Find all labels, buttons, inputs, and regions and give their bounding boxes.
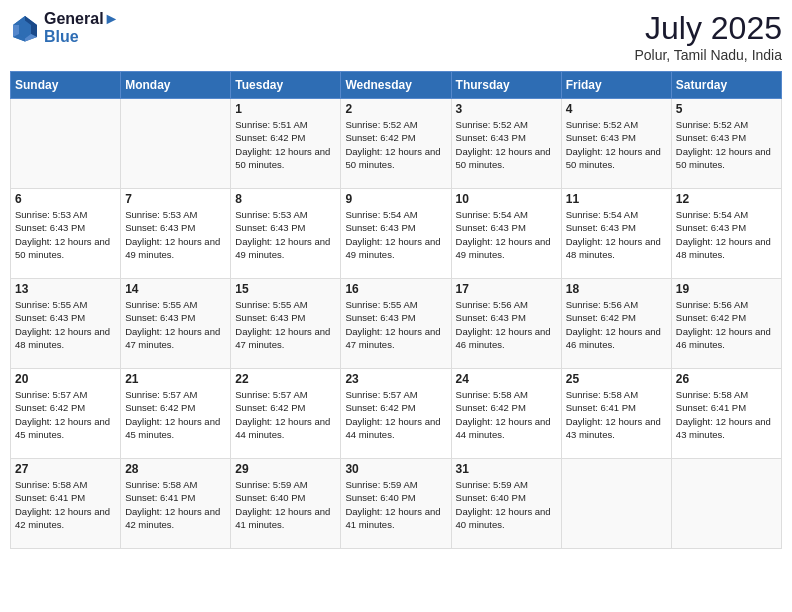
day-info: Sunrise: 5:55 AM Sunset: 6:43 PM Dayligh… <box>235 298 336 351</box>
day-info: Sunrise: 5:54 AM Sunset: 6:43 PM Dayligh… <box>676 208 777 261</box>
calendar-cell <box>671 459 781 549</box>
calendar-cell: 15Sunrise: 5:55 AM Sunset: 6:43 PM Dayli… <box>231 279 341 369</box>
day-info: Sunrise: 5:58 AM Sunset: 6:41 PM Dayligh… <box>566 388 667 441</box>
page-header: General► Blue July 2025 Polur, Tamil Nad… <box>10 10 782 63</box>
calendar-week-row: 1Sunrise: 5:51 AM Sunset: 6:42 PM Daylig… <box>11 99 782 189</box>
calendar-cell: 13Sunrise: 5:55 AM Sunset: 6:43 PM Dayli… <box>11 279 121 369</box>
day-number: 18 <box>566 282 667 296</box>
day-info: Sunrise: 5:56 AM Sunset: 6:43 PM Dayligh… <box>456 298 557 351</box>
day-info: Sunrise: 5:55 AM Sunset: 6:43 PM Dayligh… <box>125 298 226 351</box>
day-info: Sunrise: 5:59 AM Sunset: 6:40 PM Dayligh… <box>235 478 336 531</box>
day-number: 22 <box>235 372 336 386</box>
day-number: 26 <box>676 372 777 386</box>
day-number: 9 <box>345 192 446 206</box>
calendar-cell: 5Sunrise: 5:52 AM Sunset: 6:43 PM Daylig… <box>671 99 781 189</box>
month-year-title: July 2025 <box>634 10 782 47</box>
calendar-week-row: 6Sunrise: 5:53 AM Sunset: 6:43 PM Daylig… <box>11 189 782 279</box>
day-info: Sunrise: 5:52 AM Sunset: 6:43 PM Dayligh… <box>456 118 557 171</box>
day-number: 16 <box>345 282 446 296</box>
day-info: Sunrise: 5:55 AM Sunset: 6:43 PM Dayligh… <box>345 298 446 351</box>
calendar-cell: 7Sunrise: 5:53 AM Sunset: 6:43 PM Daylig… <box>121 189 231 279</box>
calendar-cell: 22Sunrise: 5:57 AM Sunset: 6:42 PM Dayli… <box>231 369 341 459</box>
day-number: 2 <box>345 102 446 116</box>
day-number: 4 <box>566 102 667 116</box>
calendar-cell: 29Sunrise: 5:59 AM Sunset: 6:40 PM Dayli… <box>231 459 341 549</box>
day-number: 30 <box>345 462 446 476</box>
day-number: 28 <box>125 462 226 476</box>
calendar-cell: 11Sunrise: 5:54 AM Sunset: 6:43 PM Dayli… <box>561 189 671 279</box>
calendar-cell: 20Sunrise: 5:57 AM Sunset: 6:42 PM Dayli… <box>11 369 121 459</box>
calendar-cell: 3Sunrise: 5:52 AM Sunset: 6:43 PM Daylig… <box>451 99 561 189</box>
day-info: Sunrise: 5:58 AM Sunset: 6:42 PM Dayligh… <box>456 388 557 441</box>
calendar-cell: 10Sunrise: 5:54 AM Sunset: 6:43 PM Dayli… <box>451 189 561 279</box>
day-number: 1 <box>235 102 336 116</box>
day-info: Sunrise: 5:53 AM Sunset: 6:43 PM Dayligh… <box>15 208 116 261</box>
day-info: Sunrise: 5:51 AM Sunset: 6:42 PM Dayligh… <box>235 118 336 171</box>
calendar-cell: 14Sunrise: 5:55 AM Sunset: 6:43 PM Dayli… <box>121 279 231 369</box>
day-info: Sunrise: 5:54 AM Sunset: 6:43 PM Dayligh… <box>345 208 446 261</box>
calendar-week-row: 13Sunrise: 5:55 AM Sunset: 6:43 PM Dayli… <box>11 279 782 369</box>
day-info: Sunrise: 5:54 AM Sunset: 6:43 PM Dayligh… <box>456 208 557 261</box>
day-info: Sunrise: 5:59 AM Sunset: 6:40 PM Dayligh… <box>456 478 557 531</box>
calendar-cell: 4Sunrise: 5:52 AM Sunset: 6:43 PM Daylig… <box>561 99 671 189</box>
calendar-cell: 30Sunrise: 5:59 AM Sunset: 6:40 PM Dayli… <box>341 459 451 549</box>
day-info: Sunrise: 5:53 AM Sunset: 6:43 PM Dayligh… <box>125 208 226 261</box>
day-number: 10 <box>456 192 557 206</box>
calendar-cell: 25Sunrise: 5:58 AM Sunset: 6:41 PM Dayli… <box>561 369 671 459</box>
day-number: 21 <box>125 372 226 386</box>
calendar-cell: 18Sunrise: 5:56 AM Sunset: 6:42 PM Dayli… <box>561 279 671 369</box>
day-info: Sunrise: 5:52 AM Sunset: 6:42 PM Dayligh… <box>345 118 446 171</box>
calendar-cell: 27Sunrise: 5:58 AM Sunset: 6:41 PM Dayli… <box>11 459 121 549</box>
day-number: 19 <box>676 282 777 296</box>
calendar-body: 1Sunrise: 5:51 AM Sunset: 6:42 PM Daylig… <box>11 99 782 549</box>
calendar-cell: 2Sunrise: 5:52 AM Sunset: 6:42 PM Daylig… <box>341 99 451 189</box>
day-number: 14 <box>125 282 226 296</box>
logo: General► Blue <box>10 10 119 46</box>
location-subtitle: Polur, Tamil Nadu, India <box>634 47 782 63</box>
calendar-cell: 9Sunrise: 5:54 AM Sunset: 6:43 PM Daylig… <box>341 189 451 279</box>
calendar-cell: 8Sunrise: 5:53 AM Sunset: 6:43 PM Daylig… <box>231 189 341 279</box>
weekday-header-cell: Monday <box>121 72 231 99</box>
weekday-header-row: SundayMondayTuesdayWednesdayThursdayFrid… <box>11 72 782 99</box>
calendar-week-row: 27Sunrise: 5:58 AM Sunset: 6:41 PM Dayli… <box>11 459 782 549</box>
day-number: 24 <box>456 372 557 386</box>
day-number: 17 <box>456 282 557 296</box>
day-number: 13 <box>15 282 116 296</box>
day-info: Sunrise: 5:56 AM Sunset: 6:42 PM Dayligh… <box>566 298 667 351</box>
calendar-cell: 26Sunrise: 5:58 AM Sunset: 6:41 PM Dayli… <box>671 369 781 459</box>
calendar-cell: 28Sunrise: 5:58 AM Sunset: 6:41 PM Dayli… <box>121 459 231 549</box>
day-number: 20 <box>15 372 116 386</box>
day-info: Sunrise: 5:53 AM Sunset: 6:43 PM Dayligh… <box>235 208 336 261</box>
calendar-cell: 12Sunrise: 5:54 AM Sunset: 6:43 PM Dayli… <box>671 189 781 279</box>
calendar-cell <box>561 459 671 549</box>
weekday-header-cell: Saturday <box>671 72 781 99</box>
weekday-header-cell: Friday <box>561 72 671 99</box>
day-number: 25 <box>566 372 667 386</box>
weekday-header-cell: Thursday <box>451 72 561 99</box>
weekday-header-cell: Tuesday <box>231 72 341 99</box>
logo-icon <box>10 13 40 43</box>
day-number: 7 <box>125 192 226 206</box>
day-info: Sunrise: 5:57 AM Sunset: 6:42 PM Dayligh… <box>125 388 226 441</box>
calendar-cell: 1Sunrise: 5:51 AM Sunset: 6:42 PM Daylig… <box>231 99 341 189</box>
calendar-cell: 23Sunrise: 5:57 AM Sunset: 6:42 PM Dayli… <box>341 369 451 459</box>
calendar-cell: 24Sunrise: 5:58 AM Sunset: 6:42 PM Dayli… <box>451 369 561 459</box>
day-number: 15 <box>235 282 336 296</box>
logo-text: General► Blue <box>44 10 119 46</box>
calendar-cell <box>121 99 231 189</box>
day-info: Sunrise: 5:57 AM Sunset: 6:42 PM Dayligh… <box>345 388 446 441</box>
day-number: 5 <box>676 102 777 116</box>
calendar-cell: 31Sunrise: 5:59 AM Sunset: 6:40 PM Dayli… <box>451 459 561 549</box>
day-number: 6 <box>15 192 116 206</box>
day-info: Sunrise: 5:55 AM Sunset: 6:43 PM Dayligh… <box>15 298 116 351</box>
day-number: 23 <box>345 372 446 386</box>
day-number: 3 <box>456 102 557 116</box>
calendar-cell: 6Sunrise: 5:53 AM Sunset: 6:43 PM Daylig… <box>11 189 121 279</box>
day-number: 29 <box>235 462 336 476</box>
day-number: 31 <box>456 462 557 476</box>
weekday-header-cell: Wednesday <box>341 72 451 99</box>
calendar-cell: 19Sunrise: 5:56 AM Sunset: 6:42 PM Dayli… <box>671 279 781 369</box>
day-number: 27 <box>15 462 116 476</box>
day-info: Sunrise: 5:56 AM Sunset: 6:42 PM Dayligh… <box>676 298 777 351</box>
day-number: 12 <box>676 192 777 206</box>
